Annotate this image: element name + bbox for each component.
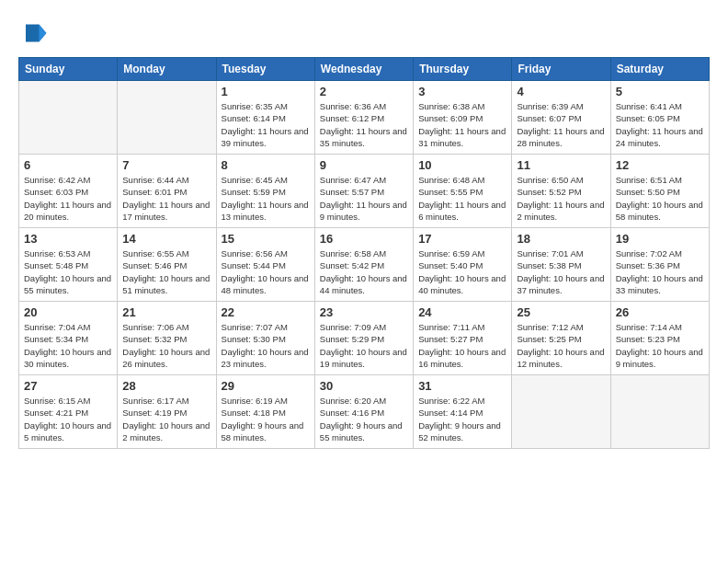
day-info: Sunrise: 6:39 AM Sunset: 6:07 PM Dayligh… [517,100,605,149]
calendar-cell: 14Sunrise: 6:55 AM Sunset: 5:46 PM Dayli… [118,228,216,302]
day-info: Sunrise: 7:06 AM Sunset: 5:32 PM Dayligh… [122,321,210,370]
calendar-header-row: SundayMondayTuesdayWednesdayThursdayFrid… [19,58,710,81]
day-info: Sunrise: 6:20 AM Sunset: 4:16 PM Dayligh… [320,395,408,443]
day-number: 31 [418,379,506,393]
day-info: Sunrise: 6:19 AM Sunset: 4:18 PM Dayligh… [222,395,310,443]
weekday-header-monday: Monday [118,58,216,81]
weekday-header-thursday: Thursday [414,58,512,81]
day-number: 20 [24,305,112,319]
calendar-cell: 25Sunrise: 7:12 AM Sunset: 5:25 PM Dayli… [512,302,610,375]
calendar-cell: 3Sunrise: 6:38 AM Sunset: 6:09 PM Daylig… [414,81,512,155]
calendar-cell: 10Sunrise: 6:48 AM Sunset: 5:55 PM Dayli… [414,155,512,228]
day-info: Sunrise: 6:56 AM Sunset: 5:44 PM Dayligh… [222,247,310,296]
day-info: Sunrise: 6:17 AM Sunset: 4:19 PM Dayligh… [122,395,210,443]
day-info: Sunrise: 7:09 AM Sunset: 5:29 PM Dayligh… [320,321,408,370]
day-number: 1 [222,85,310,98]
day-number: 15 [222,232,310,246]
day-number: 5 [616,85,704,98]
day-info: Sunrise: 6:45 AM Sunset: 5:59 PM Dayligh… [222,174,310,223]
calendar-cell: 15Sunrise: 6:56 AM Sunset: 5:44 PM Dayli… [216,228,314,302]
calendar-week-2: 6Sunrise: 6:42 AM Sunset: 6:03 PM Daylig… [19,155,710,228]
day-number: 24 [418,305,506,319]
calendar-week-5: 27Sunrise: 6:15 AM Sunset: 4:21 PM Dayli… [19,375,710,449]
calendar-cell: 19Sunrise: 7:02 AM Sunset: 5:36 PM Dayli… [610,228,709,302]
weekday-header-sunday: Sunday [19,58,118,81]
logo [18,18,53,48]
day-number: 11 [517,158,605,172]
day-info: Sunrise: 7:04 AM Sunset: 5:34 PM Dayligh… [24,321,112,370]
calendar-cell: 20Sunrise: 7:04 AM Sunset: 5:34 PM Dayli… [19,302,118,375]
calendar-week-3: 13Sunrise: 6:53 AM Sunset: 5:48 PM Dayli… [19,228,710,302]
day-info: Sunrise: 6:55 AM Sunset: 5:46 PM Dayligh… [122,247,210,296]
calendar-cell: 22Sunrise: 7:07 AM Sunset: 5:30 PM Dayli… [216,302,314,375]
calendar-week-4: 20Sunrise: 7:04 AM Sunset: 5:34 PM Dayli… [19,302,710,375]
day-number: 19 [616,232,704,246]
calendar-cell: 6Sunrise: 6:42 AM Sunset: 6:03 PM Daylig… [19,155,118,228]
calendar-cell: 5Sunrise: 6:41 AM Sunset: 6:05 PM Daylig… [610,81,709,155]
day-info: Sunrise: 7:01 AM Sunset: 5:38 PM Dayligh… [517,247,605,296]
day-info: Sunrise: 7:12 AM Sunset: 5:25 PM Dayligh… [517,321,605,370]
day-number: 8 [222,158,310,172]
page-header [18,18,710,48]
day-number: 13 [24,232,112,246]
day-number: 4 [517,85,605,98]
calendar-cell: 1Sunrise: 6:35 AM Sunset: 6:14 PM Daylig… [216,81,314,155]
calendar-cell: 2Sunrise: 6:36 AM Sunset: 6:12 PM Daylig… [314,81,413,155]
calendar-cell: 7Sunrise: 6:44 AM Sunset: 6:01 PM Daylig… [118,155,216,228]
day-info: Sunrise: 7:14 AM Sunset: 5:23 PM Dayligh… [616,321,704,370]
day-number: 12 [616,158,704,172]
day-info: Sunrise: 6:50 AM Sunset: 5:52 PM Dayligh… [517,174,605,223]
day-number: 7 [122,158,210,172]
day-number: 21 [122,305,210,319]
calendar-cell: 29Sunrise: 6:19 AM Sunset: 4:18 PM Dayli… [216,375,314,449]
day-info: Sunrise: 6:41 AM Sunset: 6:05 PM Dayligh… [616,100,704,149]
logo-icon [18,18,48,48]
day-number: 18 [517,232,605,246]
day-info: Sunrise: 6:22 AM Sunset: 4:14 PM Dayligh… [418,395,506,443]
calendar-cell: 16Sunrise: 6:58 AM Sunset: 5:42 PM Dayli… [314,228,413,302]
calendar-cell: 9Sunrise: 6:47 AM Sunset: 5:57 PM Daylig… [314,155,413,228]
calendar-week-1: 1Sunrise: 6:35 AM Sunset: 6:14 PM Daylig… [19,81,710,155]
calendar-cell [610,375,709,449]
day-number: 22 [222,305,310,319]
day-number: 2 [320,85,408,98]
day-number: 26 [616,305,704,319]
day-number: 29 [222,379,310,393]
calendar-cell: 26Sunrise: 7:14 AM Sunset: 5:23 PM Dayli… [610,302,709,375]
day-number: 16 [320,232,408,246]
calendar-cell: 11Sunrise: 6:50 AM Sunset: 5:52 PM Dayli… [512,155,610,228]
weekday-header-wednesday: Wednesday [314,58,413,81]
day-info: Sunrise: 6:35 AM Sunset: 6:14 PM Dayligh… [222,100,310,149]
weekday-header-saturday: Saturday [610,58,709,81]
weekday-header-tuesday: Tuesday [216,58,314,81]
calendar-cell: 8Sunrise: 6:45 AM Sunset: 5:59 PM Daylig… [216,155,314,228]
day-number: 23 [320,305,408,319]
day-info: Sunrise: 6:47 AM Sunset: 5:57 PM Dayligh… [320,174,408,223]
day-info: Sunrise: 7:07 AM Sunset: 5:30 PM Dayligh… [222,321,310,370]
day-info: Sunrise: 6:15 AM Sunset: 4:21 PM Dayligh… [24,395,112,443]
day-number: 30 [320,379,408,393]
day-number: 28 [122,379,210,393]
calendar-cell: 31Sunrise: 6:22 AM Sunset: 4:14 PM Dayli… [414,375,512,449]
day-info: Sunrise: 7:11 AM Sunset: 5:27 PM Dayligh… [418,321,506,370]
day-info: Sunrise: 6:38 AM Sunset: 6:09 PM Dayligh… [418,100,506,149]
weekday-header-friday: Friday [512,58,610,81]
day-number: 10 [418,158,506,172]
day-info: Sunrise: 7:02 AM Sunset: 5:36 PM Dayligh… [616,247,704,296]
calendar-cell: 17Sunrise: 6:59 AM Sunset: 5:40 PM Dayli… [414,228,512,302]
day-info: Sunrise: 6:58 AM Sunset: 5:42 PM Dayligh… [320,247,408,296]
day-number: 3 [418,85,506,98]
calendar-cell: 24Sunrise: 7:11 AM Sunset: 5:27 PM Dayli… [414,302,512,375]
day-number: 6 [24,158,112,172]
day-number: 17 [418,232,506,246]
day-number: 14 [122,232,210,246]
calendar-table: SundayMondayTuesdayWednesdayThursdayFrid… [18,57,710,449]
day-info: Sunrise: 6:44 AM Sunset: 6:01 PM Dayligh… [122,174,210,223]
day-info: Sunrise: 6:53 AM Sunset: 5:48 PM Dayligh… [24,247,112,296]
calendar-cell: 21Sunrise: 7:06 AM Sunset: 5:32 PM Dayli… [118,302,216,375]
calendar-cell [19,81,118,155]
calendar-cell: 30Sunrise: 6:20 AM Sunset: 4:16 PM Dayli… [314,375,413,449]
calendar-cell [118,81,216,155]
day-info: Sunrise: 6:42 AM Sunset: 6:03 PM Dayligh… [24,174,112,223]
day-info: Sunrise: 6:59 AM Sunset: 5:40 PM Dayligh… [418,247,506,296]
